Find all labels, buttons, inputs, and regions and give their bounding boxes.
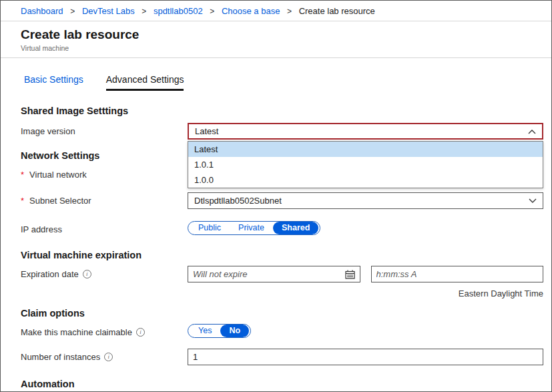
subnet-selector-label: * Subnet Selector <box>21 192 188 206</box>
virtual-network-label-text: Virtual network <box>29 170 87 180</box>
image-version-dropdown[interactable]: Latest <box>188 123 543 140</box>
expiration-date-label-text: Expiration date <box>21 269 79 279</box>
claimable-label-text: Make this machine claimable <box>21 327 132 337</box>
timezone-label: Eastern Daylight Time <box>188 288 543 299</box>
image-version-label-text: Image version <box>21 126 75 136</box>
info-icon[interactable] <box>136 328 145 337</box>
section-shared-image-settings: Shared Image Setttings <box>21 106 543 116</box>
instances-input[interactable] <box>193 352 538 362</box>
claimable-option-no[interactable]: No <box>220 325 249 337</box>
tab-advanced-settings[interactable]: Advanced Settings <box>106 74 184 91</box>
dropdown-option-1-0-0[interactable]: 1.0.0 <box>188 172 543 188</box>
image-version-row: Image version Latest Latest 1.0.1 1.0.0 <box>21 123 543 140</box>
section-claim-options: Claim options <box>21 308 543 319</box>
breadcrumb-link-devtest-labs[interactable]: DevTest Labs <box>82 6 135 16</box>
ip-address-row: IP address Public Private Shared <box>21 221 543 235</box>
claimable-option-yes[interactable]: Yes <box>190 325 220 337</box>
claimable-row: Make this machine claimable Yes No <box>21 324 543 338</box>
instances-row: Number of instances <box>21 349 543 365</box>
breadcrumb-separator: > <box>70 7 75 16</box>
breadcrumb-separator: > <box>210 7 214 16</box>
tab-basic-settings[interactable]: Basic Settings <box>24 74 83 91</box>
instances-fieldbox <box>188 349 543 365</box>
advanced-settings-panel: Shared Image Setttings Image version Lat… <box>1 91 551 392</box>
section-vm-expiration: Virtual machine expiration <box>21 250 543 260</box>
claimable-toggle: Yes No <box>188 324 251 338</box>
info-icon[interactable] <box>83 270 91 278</box>
image-version-label: Image version <box>21 123 188 136</box>
expiration-time-fieldbox <box>371 266 544 282</box>
expiration-time-input[interactable] <box>376 269 539 279</box>
instances-label: Number of instances <box>21 349 188 362</box>
image-version-option-list: Latest 1.0.1 1.0.0 <box>188 141 543 188</box>
info-icon[interactable] <box>104 353 113 361</box>
calendar-icon[interactable] <box>345 270 355 279</box>
expiration-date-label: Expiration date <box>21 266 188 279</box>
subnet-selector-label-text: Subnet Selector <box>29 196 91 206</box>
subnet-selector-value: Dtlspdtllab0502Subnet <box>194 196 282 206</box>
virtual-network-label: * Virtual network <box>21 166 188 180</box>
instances-label-text: Number of instances <box>21 352 100 362</box>
section-automation: Automation <box>21 379 543 389</box>
dropdown-option-latest[interactable]: Latest <box>188 142 543 157</box>
breadcrumb: Dashboard > DevTest Labs > spdtllab0502 … <box>1 1 551 21</box>
expiration-date-fieldbox <box>188 266 360 282</box>
ip-option-shared[interactable]: Shared <box>273 222 318 234</box>
create-lab-resource-page: Dashboard > DevTest Labs > spdtllab0502 … <box>0 0 552 392</box>
image-version-value: Latest <box>195 126 218 136</box>
claimable-label: Make this machine claimable <box>21 324 188 337</box>
expiration-date-row: Expiration date <box>21 266 543 299</box>
dropdown-option-1-0-1[interactable]: 1.0.1 <box>188 157 543 172</box>
breadcrumb-link-dashboard[interactable]: Dashboard <box>21 6 63 16</box>
ip-address-label-text: IP address <box>21 224 62 234</box>
page-title: Create lab resource <box>21 27 543 42</box>
breadcrumb-current: Create lab resource <box>299 6 375 16</box>
tab-bar: Basic Settings Advanced Settings <box>1 74 551 91</box>
chevron-down-icon <box>529 198 537 204</box>
ip-address-toggle: Public Private Shared <box>188 221 320 235</box>
subnet-selector-dropdown[interactable]: Dtlspdtllab0502Subnet <box>188 192 543 209</box>
expiration-date-input[interactable] <box>193 269 345 279</box>
ip-option-private[interactable]: Private <box>230 222 273 234</box>
breadcrumb-link-choose-a-base[interactable]: Choose a base <box>222 6 280 16</box>
ip-address-label: IP address <box>21 221 188 234</box>
required-asterisk: * <box>21 196 24 206</box>
breadcrumb-separator: > <box>142 7 146 16</box>
breadcrumb-separator: > <box>287 7 292 16</box>
page-subtitle: Virtual machine <box>21 44 543 52</box>
ip-option-public[interactable]: Public <box>190 222 230 234</box>
subnet-selector-row: * Subnet Selector Dtlspdtllab0502Subnet <box>21 192 543 209</box>
page-header: Create lab resource Virtual machine <box>1 21 551 58</box>
breadcrumb-link-lab[interactable]: spdtllab0502 <box>154 6 203 16</box>
chevron-up-icon <box>528 129 536 134</box>
required-asterisk: * <box>21 170 24 180</box>
